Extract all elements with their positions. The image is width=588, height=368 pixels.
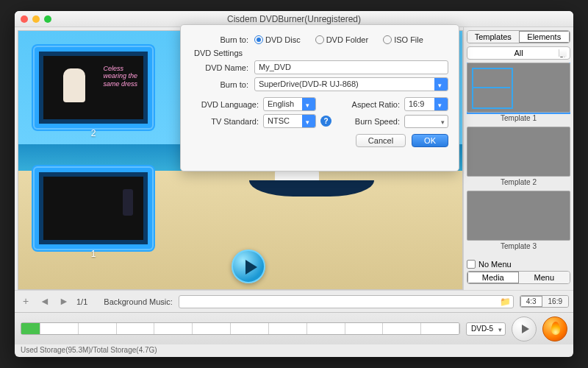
storage-text: Used Storage(95.3M)/Total Storage(4.7G) bbox=[15, 344, 573, 357]
slot-overlay-text: Celess wearing the same dress bbox=[104, 65, 143, 88]
panel-tabs[interactable]: Templates Elements bbox=[467, 30, 570, 43]
dvd-settings-label: DVD Settings bbox=[194, 49, 448, 57]
drive-label: Burn to: bbox=[191, 80, 248, 89]
slot-number: 2 bbox=[91, 128, 96, 138]
burn-settings-dialog: Burn to: DVD Disc DVD Folder ISO File DV… bbox=[180, 24, 459, 171]
tab-media[interactable]: Media bbox=[467, 272, 519, 283]
next-page-button[interactable]: ► bbox=[57, 295, 71, 308]
app-window: Cisdem DVDBurner(Unregistered) Celess we… bbox=[15, 11, 573, 357]
burn-speed-combo[interactable] bbox=[404, 115, 448, 128]
burn-button[interactable] bbox=[542, 316, 567, 342]
tab-menu[interactable]: Menu bbox=[519, 272, 570, 283]
dvd-name-label: DVD Name: bbox=[191, 63, 248, 72]
burn-speed-label: Burn Speed: bbox=[355, 117, 400, 126]
radio-iso-file[interactable]: ISO File bbox=[383, 35, 423, 44]
burn-to-label: Burn to: bbox=[191, 35, 248, 44]
filter-combo[interactable]: All▴▾ bbox=[467, 46, 570, 60]
language-combo[interactable]: English bbox=[263, 97, 316, 111]
drive-combo[interactable]: SuperDrive(DVD-R UJ-868) bbox=[254, 77, 448, 91]
tv-standard-label: TV Standard: bbox=[191, 117, 259, 126]
aspect-combo[interactable]: 16:9 bbox=[404, 97, 448, 111]
video-slot-2[interactable]: Celess wearing the same dress 2 bbox=[35, 47, 152, 128]
disc-type-combo[interactable]: DVD-5 bbox=[466, 322, 506, 336]
help-icon[interactable]: ? bbox=[320, 116, 331, 127]
window-title: Cisdem DVDBurner(Unregistered) bbox=[15, 14, 573, 24]
ratio-4-3[interactable]: 4:3 bbox=[520, 296, 542, 307]
add-button[interactable]: + bbox=[19, 295, 32, 308]
tab-templates[interactable]: Templates bbox=[467, 31, 519, 43]
template-caption: Template 1 bbox=[467, 114, 570, 122]
aspect-label: Aspect Ratio: bbox=[352, 100, 400, 109]
dvd-name-input[interactable]: My_DVD bbox=[254, 60, 448, 74]
bottom-bar: DVD-5 bbox=[15, 312, 573, 344]
no-menu-checkbox[interactable] bbox=[467, 260, 476, 269]
cancel-button[interactable]: Cancel bbox=[356, 134, 406, 147]
play-button[interactable] bbox=[232, 250, 265, 283]
side-panel: Templates Elements All▴▾ Template 1 Temp… bbox=[463, 27, 573, 290]
ratio-16-9[interactable]: 16:9 bbox=[542, 296, 568, 307]
template-item-3[interactable]: Template 3 bbox=[467, 191, 570, 250]
template-item-1[interactable]: Template 1 bbox=[467, 63, 570, 122]
radio-dvd-folder[interactable]: DVD Folder bbox=[315, 35, 368, 44]
folder-icon[interactable]: 📁 bbox=[500, 297, 511, 307]
preview-play-button[interactable] bbox=[512, 316, 537, 342]
prev-page-button[interactable]: ◄ bbox=[38, 295, 51, 308]
video-slot-1[interactable]: 1 bbox=[35, 168, 152, 249]
tv-standard-combo[interactable]: NTSC bbox=[263, 114, 316, 128]
slot-number: 1 bbox=[91, 249, 96, 259]
play-icon bbox=[522, 325, 529, 333]
template-item-2[interactable]: Template 2 bbox=[467, 127, 570, 186]
storage-progress bbox=[21, 322, 460, 335]
language-label: DVD Language: bbox=[191, 100, 259, 109]
page-indicator: 1/1 bbox=[76, 297, 87, 306]
background-music-input[interactable]: 📁 bbox=[179, 295, 514, 308]
template-caption: Template 2 bbox=[467, 178, 570, 186]
template-list: Template 1 Template 2 Template 3 bbox=[467, 63, 570, 258]
music-label: Background Music: bbox=[104, 297, 173, 306]
controls-bar: + ◄ ► 1/1 Background Music: 📁 4:3 16:9 bbox=[15, 290, 573, 312]
aspect-ratio-toggle[interactable]: 4:3 16:9 bbox=[520, 295, 569, 308]
tab-elements[interactable]: Elements bbox=[519, 31, 570, 43]
no-menu-label: No Menu bbox=[478, 260, 512, 269]
radio-dvd-disc[interactable]: DVD Disc bbox=[254, 35, 301, 44]
bottom-tabs[interactable]: Media Menu bbox=[467, 271, 570, 284]
template-caption: Template 3 bbox=[467, 242, 570, 250]
ok-button[interactable]: OK bbox=[412, 134, 448, 147]
